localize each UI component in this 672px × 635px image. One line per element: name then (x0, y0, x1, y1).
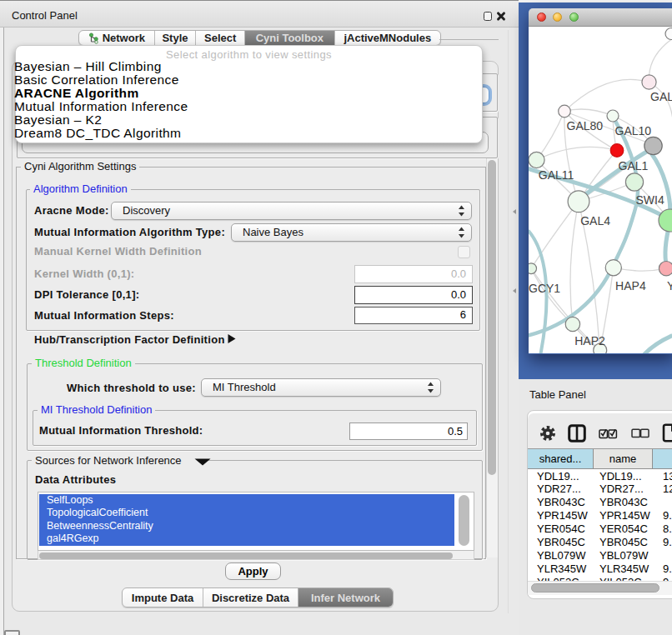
svg-text:GAL1: GAL1 (618, 158, 648, 172)
svg-text:SWI4: SWI4 (635, 193, 664, 207)
svg-text:HAP2: HAP2 (574, 334, 605, 348)
svg-text:GAL80: GAL80 (566, 118, 603, 132)
svg-text:HAP4: HAP4 (615, 278, 646, 292)
svg-text:Y: Y (667, 278, 672, 292)
svg-text:GCY1: GCY1 (529, 281, 560, 294)
svg-text:GAL10: GAL10 (614, 123, 651, 137)
svg-text:GAL4: GAL4 (580, 213, 610, 227)
svg-text:GAL: GAL (650, 89, 672, 102)
svg-text:GAL11: GAL11 (538, 168, 574, 182)
